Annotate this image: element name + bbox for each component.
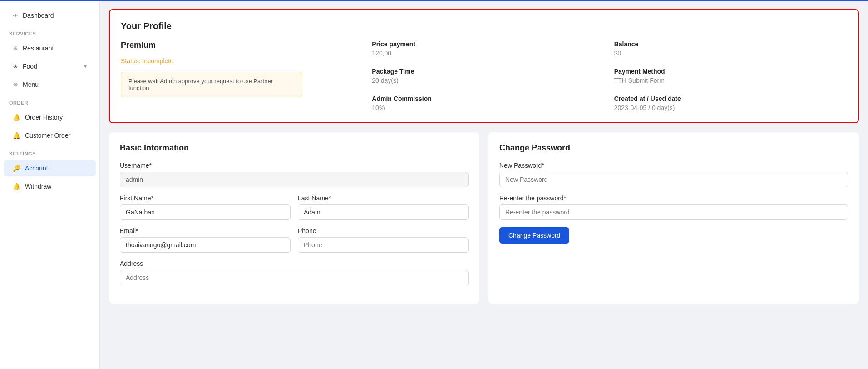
firstname-input[interactable]: [120, 204, 291, 220]
new-password-group: New Password*: [499, 162, 848, 187]
reenter-password-label: Re-enter the password*: [499, 194, 848, 202]
dashboard-icon: ✈: [13, 12, 18, 19]
created-at-value: 2023-04-05 / 0 day(s): [614, 104, 847, 111]
account-icon: 🔑: [13, 165, 20, 172]
payment-method-label: Payment Method: [614, 68, 847, 75]
top-accent-bar: [0, 0, 868, 1]
change-password-button[interactable]: Change Password: [499, 227, 569, 244]
new-password-label: New Password*: [499, 162, 848, 169]
food-icon: ✳: [13, 63, 18, 70]
created-at-label: Created at / Used date: [614, 95, 847, 102]
sidebar-item-customer-order[interactable]: 🔔 Customer Order: [4, 127, 96, 144]
balance-value: $0: [614, 50, 847, 57]
username-group: Username*: [120, 162, 469, 187]
sidebar-item-withdraw[interactable]: 🔔 Withdraw: [4, 178, 96, 194]
main-content: Your Profile Premium Status: Incomplete …: [100, 0, 868, 369]
profile-title: Your Profile: [121, 21, 847, 31]
settings-section-label: SETTINGS: [0, 145, 99, 158]
services-section-label: SERVICES: [0, 25, 99, 38]
firstname-label: First Name*: [120, 194, 291, 202]
chevron-down-icon: ▾: [84, 63, 87, 70]
firstname-group: First Name*: [120, 194, 291, 220]
username-input[interactable]: [120, 172, 469, 187]
email-phone-row: Email* Phone: [120, 227, 469, 260]
address-input[interactable]: [120, 270, 469, 285]
sidebar-item-account[interactable]: 🔑 Account: [4, 160, 96, 176]
package-time-value: 20 day(s): [372, 77, 605, 84]
profile-card: Your Profile Premium Status: Incomplete …: [109, 9, 859, 123]
sidebar: ✈ Dashboard SERVICES ✳ Restaurant ✳ Food…: [0, 0, 100, 369]
sidebar-item-dashboard[interactable]: ✈ Dashboard: [4, 7, 96, 24]
order-history-icon: 🔔: [13, 114, 20, 121]
sidebar-item-restaurant[interactable]: ✳ Restaurant: [4, 40, 96, 56]
payment-method-value: TTH Submit Form: [614, 77, 847, 84]
change-password-title: Change Password: [499, 143, 848, 153]
notice-box: Please wait Admin approve your request t…: [121, 72, 302, 97]
price-payment-value: 120,00: [372, 50, 605, 57]
email-label: Email*: [120, 227, 291, 234]
basic-info-title: Basic Information: [120, 143, 469, 153]
address-group: Address: [120, 260, 469, 285]
email-input[interactable]: [120, 237, 291, 253]
reenter-password-input[interactable]: [499, 204, 848, 220]
basic-info-card: Basic Information Username* First Name* …: [109, 132, 479, 304]
status-badge: Status: Incomplete: [121, 57, 363, 65]
restaurant-icon: ✳: [13, 45, 18, 52]
phone-input[interactable]: [298, 237, 469, 253]
username-label: Username*: [120, 162, 469, 169]
email-group: Email*: [120, 227, 291, 253]
customer-order-icon: 🔔: [13, 132, 20, 139]
address-label: Address: [120, 260, 469, 267]
phone-group: Phone: [298, 227, 469, 253]
sidebar-item-food[interactable]: ✳ Food ▾: [4, 58, 96, 75]
tier-label: Premium: [121, 40, 363, 50]
reenter-password-group: Re-enter the password*: [499, 194, 848, 220]
lastname-label: Last Name*: [298, 194, 469, 202]
withdraw-icon: 🔔: [13, 183, 20, 190]
order-section-label: ORDER: [0, 95, 99, 107]
balance-label: Balance: [614, 40, 847, 48]
price-payment-label: Price payment: [372, 40, 605, 48]
admin-commission-value: 10%: [372, 104, 605, 111]
change-password-card: Change Password New Password* Re-enter t…: [488, 132, 859, 304]
sidebar-item-menu[interactable]: ✳ Menu: [4, 76, 96, 93]
menu-icon: ✳: [13, 81, 18, 88]
admin-commission-label: Admin Commission: [372, 95, 605, 102]
lastname-input[interactable]: [298, 204, 469, 220]
package-time-label: Package Time: [372, 68, 605, 75]
new-password-input[interactable]: [499, 172, 848, 187]
phone-label: Phone: [298, 227, 469, 234]
sidebar-item-order-history[interactable]: 🔔 Order History: [4, 109, 96, 125]
name-row: First Name* Last Name*: [120, 194, 469, 227]
lastname-group: Last Name*: [298, 194, 469, 220]
